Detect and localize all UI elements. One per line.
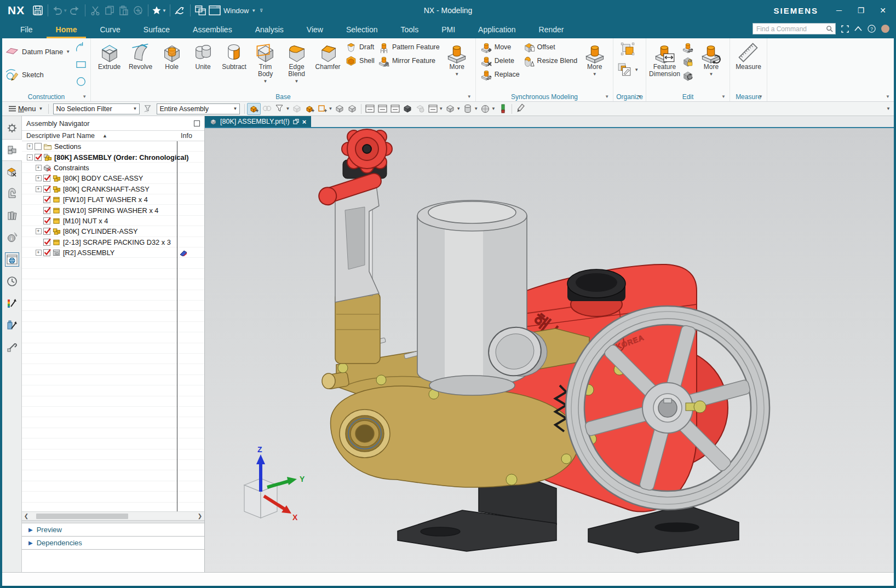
visibility-checkbox[interactable] bbox=[43, 228, 50, 235]
tab-analysis[interactable]: Analysis bbox=[244, 22, 295, 38]
model-canvas[interactable]: 해보고 MADE IN KOREA bbox=[205, 128, 894, 572]
find-command-input[interactable] bbox=[755, 25, 826, 33]
toolbar-options-caret[interactable]: ▼ bbox=[886, 106, 891, 111]
extrude-button[interactable]: Extrude bbox=[94, 40, 125, 71]
revolve-button[interactable]: Revolve bbox=[125, 40, 156, 71]
tree-row[interactable]: +[80K] CRANKSHAFT-ASSY bbox=[22, 184, 204, 194]
resource-roles-gear[interactable] bbox=[2, 117, 22, 139]
arc-tool-button[interactable] bbox=[74, 41, 88, 56]
section-expand-icon[interactable]: ▶ bbox=[28, 527, 33, 533]
group-label-construction[interactable]: Construction▼ bbox=[5, 92, 88, 101]
close-button[interactable]: ✕ bbox=[872, 0, 894, 21]
tree-row[interactable]: +[80K] BODY CASE-ASSY bbox=[22, 173, 204, 183]
point-constructor-icon[interactable] bbox=[303, 103, 316, 115]
tab-tools[interactable]: Tools bbox=[389, 22, 430, 38]
visibility-checkbox[interactable] bbox=[43, 217, 50, 224]
move-face-button[interactable]: Move bbox=[480, 40, 520, 54]
handwheel[interactable] bbox=[342, 129, 392, 173]
customize-qat-icon[interactable]: ⊽ bbox=[260, 8, 263, 13]
visibility-checkbox[interactable] bbox=[43, 186, 50, 193]
shell-button[interactable]: Shell bbox=[345, 54, 375, 67]
fit-window-icon[interactable] bbox=[376, 103, 389, 115]
chamfer-button[interactable]: Chamfer bbox=[312, 40, 343, 71]
sketch-button[interactable]: Sketch bbox=[5, 66, 70, 83]
window-new-icon[interactable] bbox=[208, 3, 221, 18]
expander-icon[interactable]: + bbox=[36, 186, 42, 192]
group-label-measure[interactable]: Measure▼ bbox=[733, 92, 764, 101]
section-expand-icon[interactable]: ▶ bbox=[28, 540, 33, 546]
dark-cube-icon[interactable] bbox=[401, 103, 414, 115]
minimize-ribbon-icon[interactable] bbox=[854, 26, 862, 31]
resource-history[interactable] bbox=[2, 270, 22, 292]
tab-application[interactable]: Application bbox=[467, 22, 527, 38]
delete-face-button[interactable]: Delete bbox=[480, 54, 520, 67]
subtract-button[interactable]: Subtract bbox=[219, 40, 250, 71]
tab-home[interactable]: Home bbox=[44, 22, 89, 38]
annotation-pencil-icon[interactable] bbox=[514, 103, 527, 115]
save-icon[interactable] bbox=[31, 3, 44, 18]
hole-button[interactable]: Hole bbox=[156, 40, 187, 71]
ribbon-options-caret[interactable]: ▼ bbox=[886, 94, 890, 99]
orientation-triad[interactable]: Z Y X bbox=[244, 445, 305, 522]
visibility-checkbox[interactable] bbox=[43, 239, 50, 246]
model-3d-view[interactable]: 해보고 MADE IN KOREA bbox=[205, 128, 894, 571]
search-icon[interactable] bbox=[826, 25, 833, 32]
favorites-icon[interactable]: ▼ bbox=[152, 3, 166, 18]
tree-row[interactable]: +[80K] CYLINDER-ASSY bbox=[22, 226, 204, 237]
info-book-icon[interactable] bbox=[180, 250, 187, 256]
resource-constraint-navigator[interactable] bbox=[2, 161, 22, 183]
tree-column-header[interactable]: Descriptive Part Name ▲ Info bbox=[22, 130, 204, 141]
column-name[interactable]: Descriptive Part Name bbox=[26, 132, 95, 140]
base-more-button[interactable]: More▼ bbox=[441, 40, 473, 78]
shell-view-icon[interactable] bbox=[346, 103, 359, 115]
menu-button[interactable]: Menu ▼ bbox=[5, 105, 46, 113]
column-info[interactable]: Info bbox=[181, 132, 192, 140]
edit-more-button[interactable]: More▼ bbox=[696, 40, 727, 78]
circle-tool-button[interactable] bbox=[74, 75, 88, 90]
cylinder-tool-icon[interactable]: ▼ bbox=[462, 103, 479, 115]
tree-row[interactable]: [SW10] SPRING WASHER x 4 bbox=[22, 205, 204, 215]
window-menu-caret[interactable]: ▼ bbox=[251, 8, 256, 13]
resource-reuse-library[interactable] bbox=[2, 205, 22, 227]
tab-file[interactable]: File bbox=[9, 22, 44, 38]
visibility-checkbox[interactable] bbox=[35, 143, 42, 150]
resource-hd3d-tools[interactable]: i bbox=[2, 227, 22, 249]
close-tab-icon[interactable]: × bbox=[302, 118, 307, 126]
tab-pmi[interactable]: PMI bbox=[430, 22, 467, 38]
expander-icon[interactable]: - bbox=[27, 154, 33, 160]
resource-system-tools[interactable] bbox=[2, 336, 22, 358]
group-label-base[interactable]: Base▼ bbox=[94, 92, 473, 101]
horizontal-scrollbar[interactable]: ❮ ❯ bbox=[22, 511, 204, 520]
oil-cap[interactable] bbox=[567, 269, 625, 301]
scroll-right-arrow[interactable]: ❯ bbox=[196, 513, 204, 519]
sync-more-button[interactable]: More▼ bbox=[579, 40, 610, 78]
expander-icon[interactable]: + bbox=[36, 165, 42, 171]
tab-surface[interactable]: Surface bbox=[132, 22, 181, 38]
filter-reset-icon[interactable] bbox=[142, 103, 154, 115]
rectangle-tool-button[interactable] bbox=[74, 58, 88, 73]
pressure-regulator[interactable] bbox=[317, 160, 387, 364]
resource-part-navigator[interactable] bbox=[2, 183, 22, 205]
minimize-button[interactable]: ─ bbox=[828, 0, 850, 21]
visibility-checkbox[interactable] bbox=[43, 207, 50, 214]
tree-row[interactable]: -[80K] ASSEMBLY (Order: Chronological) bbox=[22, 152, 204, 162]
expander-icon[interactable]: + bbox=[36, 250, 42, 256]
tree-row[interactable]: [M10] NUT x 4 bbox=[22, 216, 204, 226]
edit-move-button[interactable] bbox=[682, 40, 694, 54]
edit-replay-button[interactable] bbox=[682, 68, 694, 82]
resize-blend-button[interactable]: Resize Blend bbox=[523, 54, 578, 67]
window-menu[interactable]: Window bbox=[223, 7, 249, 15]
update-display-icon[interactable] bbox=[389, 103, 401, 115]
resource-assembly-navigator[interactable] bbox=[2, 139, 22, 161]
snap-point-icon[interactable] bbox=[247, 103, 261, 115]
group-label-edit[interactable]: Edit▼ bbox=[649, 92, 727, 101]
window-scale-icon[interactable]: ▼ bbox=[427, 103, 444, 115]
section-preview[interactable]: ▶Preview bbox=[22, 523, 204, 537]
tree-row[interactable]: [2-13] SCRAPE PACKING D32 x 3 bbox=[22, 237, 204, 247]
tab-curve[interactable]: Curve bbox=[88, 22, 131, 38]
resource-manufacturing-wizard[interactable] bbox=[2, 314, 22, 336]
shaded-view-icon[interactable] bbox=[334, 103, 346, 115]
visibility-checkbox[interactable] bbox=[43, 196, 50, 203]
visibility-checkbox[interactable] bbox=[43, 175, 50, 182]
tree-row[interactable]: [FW10] FLAT WASHER x 4 bbox=[22, 194, 204, 205]
